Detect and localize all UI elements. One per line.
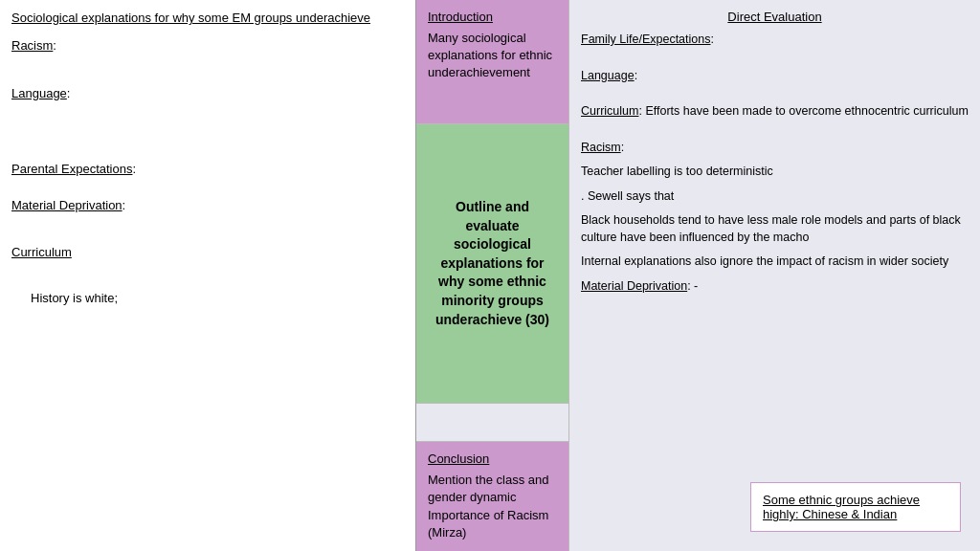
conclusion-section: Conclusion Mention the class and gender … xyxy=(416,442,568,551)
intro-section: Introduction Many sociological explanati… xyxy=(416,0,568,124)
direct-evaluation-label: Direct Evaluation xyxy=(581,10,969,24)
right-material-deprivation: Material Deprivation: - xyxy=(581,278,969,296)
family-life-label: Family Life/Expectations xyxy=(581,33,710,46)
mid-gap xyxy=(416,404,568,442)
racism-label: Racism xyxy=(11,38,53,53)
right-racism: Racism: xyxy=(581,140,969,157)
conclusion-title: Conclusion xyxy=(428,452,557,466)
curriculum-label: Curriculum xyxy=(11,245,72,259)
right-racism-label: Racism xyxy=(581,141,621,154)
material-label: Material Deprivation xyxy=(11,198,122,212)
left-item-racism: Racism: xyxy=(11,36,404,55)
parental-label: Parental Expectations xyxy=(11,162,132,176)
intro-body: Many sociological explanations for ethni… xyxy=(428,31,552,79)
left-item-material: Material Deprivation: xyxy=(11,196,404,215)
ethnic-achievement-box: Some ethnic groups achieve highly: Chine… xyxy=(750,482,961,532)
intro-title: Introduction xyxy=(428,10,557,24)
left-item-parental: Parental Expectations: xyxy=(11,160,404,179)
conclusion-body: Mention the class and gender dynamic Imp… xyxy=(428,473,548,540)
right-panel: Direct Evaluation Family Life/Expectatio… xyxy=(569,0,980,551)
right-language: Language: xyxy=(581,68,969,85)
main-section: Outline and evaluate sociological explan… xyxy=(416,124,568,404)
middle-panel: Introduction Many sociological explanati… xyxy=(416,0,569,551)
right-labelling: Teacher labelling is too deterministic xyxy=(581,164,969,181)
left-panel: Sociological explanations for why some E… xyxy=(0,0,416,551)
right-sewell: . Sewell says that xyxy=(581,188,969,206)
left-item-curriculum: Curriculum xyxy=(11,243,404,262)
right-curriculum-label: Curriculum xyxy=(581,104,638,118)
right-material-label: Material Deprivation xyxy=(581,279,687,293)
language-label: Language xyxy=(11,86,67,100)
right-black-households: Black households tend to have less male … xyxy=(581,212,969,246)
right-internal: Internal explanations also ignore the im… xyxy=(581,253,969,271)
left-title: Sociological explanations for why some E… xyxy=(11,10,404,27)
left-item-language: Language: xyxy=(11,84,404,103)
right-curriculum: Curriculum: Efforts have been made to ov… xyxy=(581,103,969,121)
right-family-life: Family Life/Expectations: xyxy=(581,32,969,49)
main-text: Outline and evaluate sociological explan… xyxy=(428,198,557,329)
history-text: History is white; xyxy=(31,291,404,305)
right-language-label: Language xyxy=(581,69,635,82)
ethnic-achievement-text: Some ethnic groups achieve highly: Chine… xyxy=(763,493,920,521)
